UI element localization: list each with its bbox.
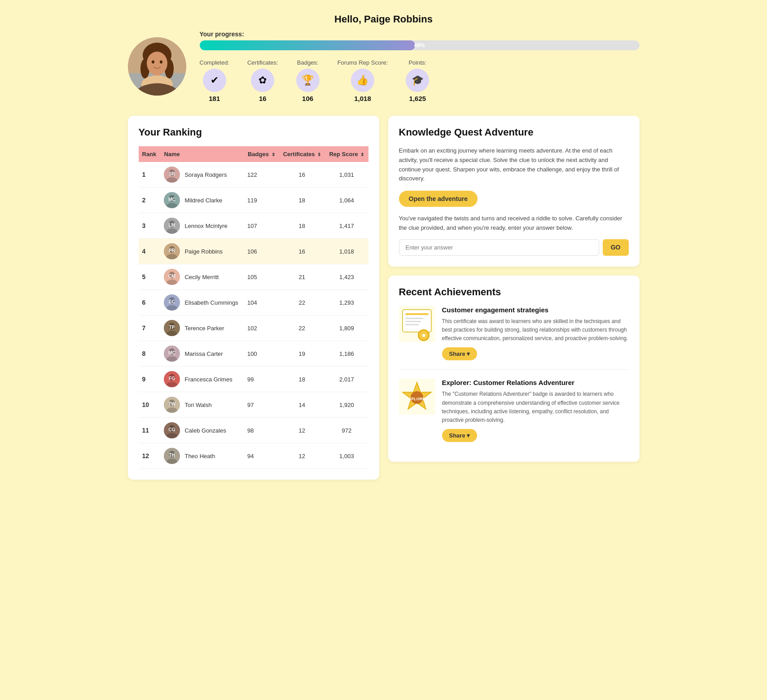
adventure-card: Knowledge Quest Adventure Embark on an e… bbox=[388, 116, 640, 267]
user-name: Mildred Clarke bbox=[184, 197, 222, 204]
svg-rect-61 bbox=[405, 318, 423, 319]
achievement-image: ★ bbox=[399, 306, 435, 342]
certificates-cell: 21 bbox=[279, 264, 325, 290]
user-avatar: PR bbox=[164, 243, 180, 259]
badges-cell: 119 bbox=[244, 188, 279, 213]
table-row: 1 SR Soraya Rodgers 122 16 1,031 bbox=[139, 162, 368, 188]
certificates-cell: 16 bbox=[279, 162, 325, 188]
stat-item-2: Badges: 🏆 106 bbox=[296, 59, 320, 102]
name-cell: TP Terence Parker bbox=[160, 315, 244, 341]
stat-item-1: Certificates: ✿ 16 bbox=[247, 59, 278, 102]
go-button[interactable]: GO bbox=[603, 239, 629, 256]
col-rep-score: Rep Score ⇕ bbox=[325, 146, 368, 162]
stat-label-0: Completed: bbox=[200, 59, 229, 66]
rank-cell: 2 bbox=[139, 188, 161, 213]
open-adventure-button[interactable]: Open the adventure bbox=[399, 191, 478, 207]
user-avatar: LM bbox=[164, 218, 180, 234]
certificates-cell: 14 bbox=[279, 392, 325, 418]
profile-section: Your progress: 49% Completed: ✔ 181 Cert… bbox=[128, 31, 640, 102]
name-cell: MC Mildred Clarke bbox=[160, 188, 244, 213]
svg-text:TH: TH bbox=[169, 453, 175, 458]
share-button[interactable]: Share ▾ bbox=[442, 429, 478, 442]
page-container: Hello, Paige Robbins bbox=[128, 13, 640, 480]
stat-value-3: 1,018 bbox=[354, 95, 371, 102]
answer-input[interactable] bbox=[399, 239, 599, 256]
rank-cell: 3 bbox=[139, 213, 161, 239]
badges-cell: 107 bbox=[244, 213, 279, 239]
user-avatar: TH bbox=[164, 448, 180, 464]
stat-icon-2: 🏆 bbox=[296, 69, 320, 92]
user-name: Theo Heath bbox=[184, 453, 215, 459]
progress-bar: 49% bbox=[200, 40, 640, 50]
achievement-info: Customer engagement strategies This cert… bbox=[442, 306, 629, 361]
stat-icon-4: 🎓 bbox=[406, 69, 429, 92]
rep-sort-icon[interactable]: ⇕ bbox=[360, 152, 364, 157]
rep-score-cell: 1,186 bbox=[325, 341, 368, 367]
badges-cell: 98 bbox=[244, 418, 279, 443]
achievement-description: This certificate was award to learners w… bbox=[442, 317, 629, 343]
adventure-description: Embark on an exciting journey where lear… bbox=[399, 146, 629, 184]
svg-text:FG: FG bbox=[169, 376, 175, 381]
table-header-row: Rank Name Badges ⇕ Certificates ⇕ Rep Sc… bbox=[139, 146, 368, 162]
certificates-cell: 22 bbox=[279, 315, 325, 341]
table-row: 3 LM Lennox Mcintyre 107 18 1,417 bbox=[139, 213, 368, 239]
ranking-title: Your Ranking bbox=[139, 127, 368, 138]
svg-text:TW: TW bbox=[169, 402, 176, 407]
table-row: 9 FG Francesca Grimes 99 18 2,017 bbox=[139, 367, 368, 392]
badges-cell: 99 bbox=[244, 367, 279, 392]
stat-item-3: Forums Rep Score: 👍 1,018 bbox=[337, 59, 388, 102]
stat-value-0: 181 bbox=[209, 95, 220, 102]
share-button[interactable]: Share ▾ bbox=[442, 347, 478, 360]
svg-point-7 bbox=[160, 61, 162, 64]
progress-label: Your progress: bbox=[200, 31, 640, 38]
table-row: 6 EC Elisabeth Cummings 104 22 1,293 bbox=[139, 290, 368, 315]
badges-cell: 97 bbox=[244, 392, 279, 418]
badges-cell: 100 bbox=[244, 341, 279, 367]
rank-cell: 4 bbox=[139, 239, 161, 264]
user-avatar: CM bbox=[164, 269, 180, 285]
stat-item-0: Completed: ✔ 181 bbox=[200, 59, 229, 102]
user-avatar: TP bbox=[164, 320, 180, 336]
badges-cell: 122 bbox=[244, 162, 279, 188]
name-cell: PR Paige Robbins bbox=[160, 239, 244, 264]
rep-score-cell: 2,017 bbox=[325, 367, 368, 392]
user-name: Cecily Merritt bbox=[184, 274, 219, 280]
certificates-cell: 16 bbox=[279, 239, 325, 264]
user-avatar: MC bbox=[164, 346, 180, 362]
stat-value-1: 16 bbox=[259, 95, 267, 102]
progress-stats: Your progress: 49% Completed: ✔ 181 Cert… bbox=[200, 31, 640, 102]
rank-cell: 7 bbox=[139, 315, 161, 341]
rep-score-cell: 1,018 bbox=[325, 239, 368, 264]
achievement-image: EXPLORER bbox=[399, 379, 435, 415]
svg-rect-60 bbox=[405, 313, 429, 315]
stat-label-4: Points: bbox=[408, 59, 426, 66]
user-name: Marissa Carter bbox=[184, 350, 223, 357]
answer-row: GO bbox=[399, 239, 629, 256]
badges-sort-icon[interactable]: ⇕ bbox=[272, 152, 275, 157]
name-cell: SR Soraya Rodgers bbox=[160, 162, 244, 188]
user-avatar: MC bbox=[164, 192, 180, 208]
name-cell: CM Cecily Merritt bbox=[160, 264, 244, 290]
certificates-cell: 18 bbox=[279, 213, 325, 239]
name-cell: MC Marissa Carter bbox=[160, 341, 244, 367]
stats-row: Completed: ✔ 181 Certificates: ✿ 16 Badg… bbox=[200, 59, 640, 102]
stat-label-3: Forums Rep Score: bbox=[337, 59, 388, 66]
badges-cell: 102 bbox=[244, 315, 279, 341]
name-cell: TH Theo Heath bbox=[160, 443, 244, 469]
stat-icon-3: 👍 bbox=[351, 69, 374, 92]
table-row: 4 PR Paige Robbins 106 16 1,018 bbox=[139, 239, 368, 264]
rank-cell: 6 bbox=[139, 290, 161, 315]
stat-label-2: Badges: bbox=[297, 59, 319, 66]
svg-text:CG: CG bbox=[169, 427, 175, 432]
user-name: Elisabeth Cummings bbox=[184, 299, 238, 306]
badges-cell: 94 bbox=[244, 443, 279, 469]
stat-value-4: 1,625 bbox=[409, 95, 426, 102]
progress-bar-fill bbox=[200, 40, 415, 50]
cert-sort-icon[interactable]: ⇕ bbox=[317, 152, 321, 157]
user-avatar: EC bbox=[164, 294, 180, 311]
rep-score-cell: 1,920 bbox=[325, 392, 368, 418]
rank-cell: 8 bbox=[139, 341, 161, 367]
svg-point-5 bbox=[147, 52, 167, 75]
svg-text:TP: TP bbox=[169, 325, 175, 330]
user-name: Terence Parker bbox=[184, 325, 224, 332]
